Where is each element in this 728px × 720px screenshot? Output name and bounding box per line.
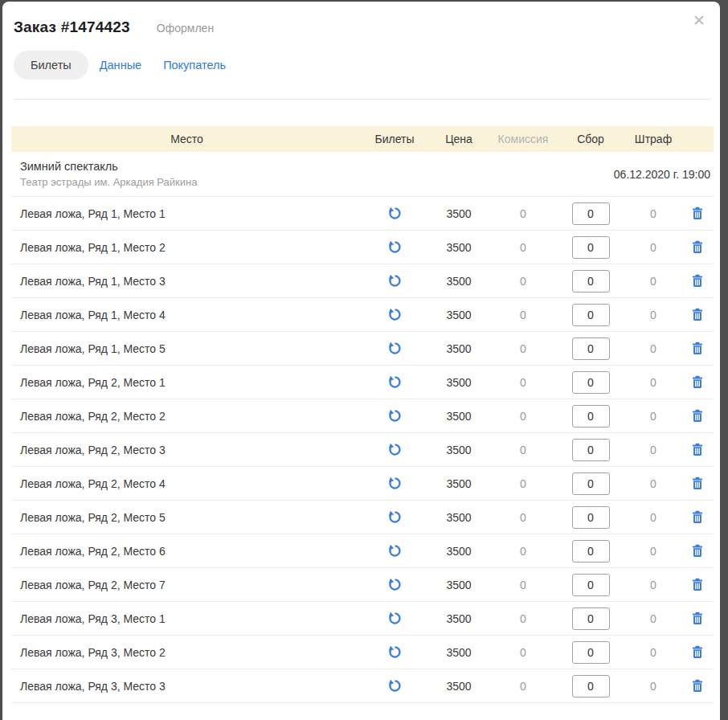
price-value: 3500 [427,207,491,220]
fee-input[interactable] [572,641,610,664]
event-info: Зимний спектакль Театр эстрады им. Аркад… [20,160,197,188]
seat-label: Левая ложа, Ряд 2, Место 6 [11,545,362,558]
seat-label: Левая ложа, Ряд 1, Место 4 [11,309,362,321]
seat-label: Левая ложа, Ряд 1, Место 1 [11,207,362,220]
fee-input[interactable] [572,540,610,562]
tickets-cell [362,542,427,560]
fee-cell [555,506,626,529]
tickets-cell [362,306,427,324]
trash-icon[interactable] [689,441,706,458]
price-value: 3500 [427,579,491,591]
commission-value: 0 [491,410,555,423]
col-header-fee: Сбор [555,133,626,145]
seat-label: Левая ложа, Ряд 1, Место 5 [11,342,362,355]
fee-cell [555,439,626,461]
fee-cell [555,202,626,225]
history-restore-icon[interactable] [386,374,403,391]
fee-input[interactable] [572,371,610,394]
history-restore-icon[interactable] [386,272,403,289]
tab-data[interactable]: Данные [89,51,152,80]
trash-icon[interactable] [689,272,706,289]
fee-input[interactable] [572,472,610,495]
penalty-value: 0 [626,612,681,625]
ticket-row: Левая ложа, Ряд 2, Место 4 3500 0 0 [11,467,714,501]
price-value: 3500 [427,511,491,524]
fee-input[interactable] [572,675,610,698]
fee-input[interactable] [572,304,610,326]
ticket-rows: Левая ложа, Ряд 1, Место 1 3500 0 0 [2,197,720,703]
delete-cell [681,677,714,695]
fee-input[interactable] [572,608,610,630]
trash-icon[interactable] [689,509,706,526]
trash-icon[interactable] [689,542,706,559]
history-restore-icon[interactable] [386,441,403,458]
col-header-penalty: Штраф [626,133,681,145]
tickets-cell [362,441,427,459]
history-restore-icon[interactable] [386,475,403,492]
commission-value: 0 [491,342,555,355]
fee-input[interactable] [572,405,610,428]
trash-icon[interactable] [689,407,706,424]
fee-input[interactable] [572,506,610,529]
ticket-row: Левая ложа, Ряд 2, Место 1 3500 0 0 [11,366,714,399]
trash-icon[interactable] [689,374,706,391]
trash-icon[interactable] [689,340,706,357]
commission-value: 0 [491,207,555,220]
tab-tickets[interactable]: Билеты [14,51,88,80]
fee-input[interactable] [572,574,610,596]
history-restore-icon[interactable] [386,509,403,526]
history-restore-icon[interactable] [386,677,403,694]
history-restore-icon[interactable] [386,407,403,424]
history-restore-icon[interactable] [386,306,403,323]
commission-value: 0 [491,579,555,591]
price-value: 3500 [427,444,491,456]
commission-value: 0 [491,275,555,288]
tab-buyer[interactable]: Покупатель [153,51,236,80]
fee-cell [555,472,626,495]
seat-label: Левая ложа, Ряд 1, Место 2 [11,241,362,254]
price-value: 3500 [427,545,491,558]
fee-cell [555,675,626,698]
price-value: 3500 [427,410,491,423]
fee-cell [555,540,626,562]
history-restore-icon[interactable] [386,542,403,559]
penalty-value: 0 [626,545,681,558]
history-restore-icon[interactable] [386,340,403,357]
trash-icon[interactable] [689,306,706,323]
delete-cell [681,576,714,594]
trash-icon[interactable] [689,576,706,593]
event-venue: Театр эстрады им. Аркадия Райкина [20,176,197,188]
tickets-cell [362,374,427,391]
ticket-row: Левая ложа, Ряд 2, Место 3 3500 0 0 [11,433,714,467]
order-title: Заказ #1474423 [14,18,130,36]
commission-value: 0 [491,511,555,524]
fee-cell [555,574,626,596]
fee-cell [555,338,626,360]
trash-icon[interactable] [689,475,706,492]
ticket-row: Левая ложа, Ряд 1, Место 3 3500 0 0 [11,264,714,298]
history-restore-icon[interactable] [386,205,403,222]
history-restore-icon[interactable] [386,644,403,661]
history-restore-icon[interactable] [386,576,403,593]
col-header-seat: Место [11,133,362,145]
close-icon[interactable]: ✕ [693,13,706,28]
price-value: 3500 [427,680,491,693]
fee-input[interactable] [572,338,610,360]
trash-icon[interactable] [689,239,706,256]
price-value: 3500 [427,376,491,389]
tickets-cell [362,509,427,526]
trash-icon[interactable] [689,644,706,661]
penalty-value: 0 [626,444,681,456]
trash-icon[interactable] [689,677,706,694]
trash-icon[interactable] [689,205,706,222]
fee-input[interactable] [572,270,610,292]
fee-input[interactable] [572,439,610,461]
history-restore-icon[interactable] [386,610,403,627]
history-restore-icon[interactable] [386,239,403,256]
tickets-cell [362,205,427,223]
trash-icon[interactable] [689,610,706,627]
ticket-row: Левая ложа, Ряд 2, Место 2 3500 0 0 [11,399,714,433]
fee-input[interactable] [572,202,610,225]
tickets-cell [362,677,427,695]
fee-input[interactable] [572,236,610,259]
